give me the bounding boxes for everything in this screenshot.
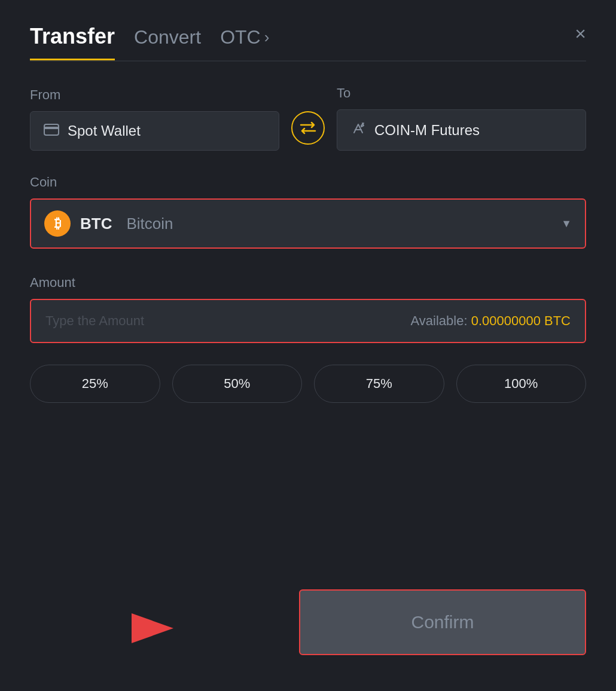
- percent-row: 25% 50% 75% 100%: [30, 365, 586, 403]
- to-section: To COIN-M Futures: [337, 85, 586, 151]
- tab-transfer[interactable]: Transfer: [30, 24, 115, 60]
- from-to-row: From Spot Wallet To: [30, 85, 586, 151]
- coin-symbol: BTC: [80, 215, 112, 233]
- chevron-down-icon: ▼: [561, 218, 572, 230]
- from-wallet-selector[interactable]: Spot Wallet: [30, 111, 279, 151]
- available-label: Available:: [411, 313, 468, 328]
- coin-section: Coin ₿ BTC Bitcoin ▼: [30, 175, 586, 249]
- from-label: From: [30, 87, 279, 103]
- amount-placeholder: Type the Amount: [45, 313, 144, 329]
- bottom-area: Confirm: [30, 577, 586, 655]
- tab-convert[interactable]: Convert: [134, 26, 201, 58]
- tab-otc[interactable]: OTC ›: [220, 26, 269, 58]
- percent-50-button[interactable]: 50%: [172, 365, 303, 403]
- to-label: To: [337, 85, 586, 101]
- close-button[interactable]: ×: [575, 24, 586, 53]
- percent-100-button[interactable]: 100%: [456, 365, 587, 403]
- to-wallet-selector[interactable]: COIN-M Futures: [337, 109, 586, 151]
- btc-icon: ₿: [44, 210, 71, 237]
- coin-label: Coin: [30, 175, 586, 190]
- amount-available: Available: 0.00000000 BTC: [411, 313, 571, 329]
- coin-name: Bitcoin: [126, 215, 173, 233]
- swap-btn-container: [279, 111, 337, 151]
- percent-25-button[interactable]: 25%: [30, 365, 160, 403]
- svg-rect-1: [44, 127, 59, 129]
- header-divider: [30, 60, 586, 62]
- from-wallet-text: Spot Wallet: [68, 123, 141, 139]
- svg-marker-2: [132, 613, 173, 643]
- futures-icon: [350, 121, 366, 139]
- amount-input-box[interactable]: Type the Amount Available: 0.00000000 BT…: [30, 299, 586, 343]
- card-icon: [44, 124, 59, 139]
- to-wallet-text: COIN-M Futures: [374, 122, 480, 139]
- from-section: From Spot Wallet: [30, 87, 279, 151]
- percent-75-button[interactable]: 75%: [314, 365, 444, 403]
- svg-rect-0: [44, 124, 59, 135]
- confirm-button[interactable]: Confirm: [299, 589, 586, 655]
- amount-section: Amount Type the Amount Available: 0.0000…: [30, 275, 586, 343]
- arrow-indicator: [126, 601, 197, 655]
- available-value: 0.00000000 BTC: [471, 313, 571, 328]
- coin-selector[interactable]: ₿ BTC Bitcoin ▼: [30, 198, 586, 249]
- amount-label: Amount: [30, 275, 586, 291]
- swap-button[interactable]: [291, 111, 325, 145]
- modal-header: Transfer Convert OTC › ×: [30, 24, 586, 60]
- transfer-modal: Transfer Convert OTC › × From Spot Walle…: [0, 0, 616, 691]
